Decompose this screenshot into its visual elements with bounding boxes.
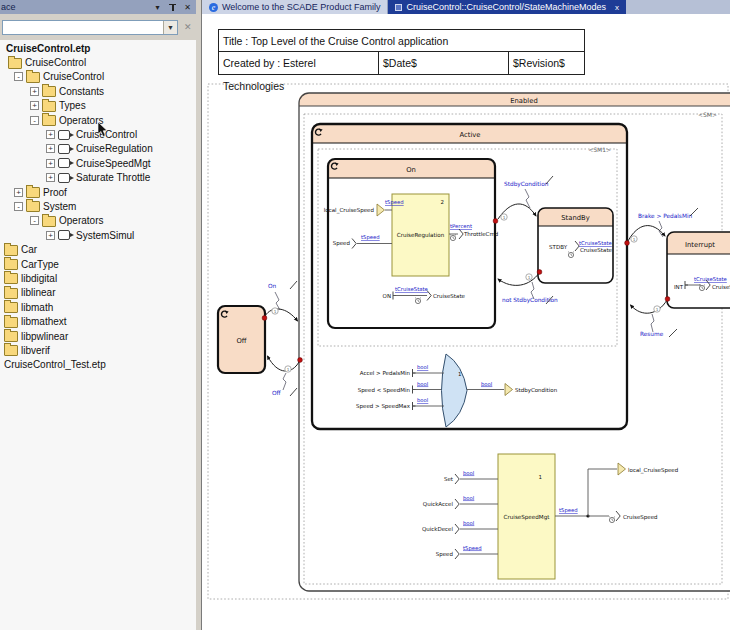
- state-interrupt[interactable]: Interrupt: [667, 232, 730, 308]
- folder-icon: [26, 187, 40, 198]
- svg-text:INT: INT: [674, 284, 684, 290]
- expand-icon[interactable]: +: [46, 173, 55, 182]
- expand-icon[interactable]: +: [14, 188, 23, 197]
- tree-item-cruiseregulation[interactable]: +CruiseRegulation: [0, 142, 196, 156]
- tree-item-label: liblinear: [21, 287, 55, 298]
- tree-item-cruisecontrol-test-etp[interactable]: CruiseControl_Test.etp: [0, 358, 196, 372]
- svg-text:Speed < SpeedMin: Speed < SpeedMin: [358, 387, 411, 394]
- svg-text:QuickAccel: QuickAccel: [423, 501, 454, 507]
- operator-icon: [58, 230, 70, 240]
- state-off-label: Off: [236, 337, 246, 345]
- svg-text:tSpeed: tSpeed: [559, 507, 578, 514]
- chevron-down-icon[interactable]: ▾: [153, 3, 162, 12]
- collapse-icon[interactable]: -: [14, 202, 23, 211]
- tree-item-car[interactable]: Car: [0, 242, 196, 256]
- pin-icon[interactable]: [168, 3, 177, 12]
- combobox-dropdown-icon[interactable]: ▼: [163, 21, 177, 34]
- tree-item-libdigital[interactable]: libdigital: [0, 271, 196, 285]
- collapse-icon[interactable]: -: [30, 116, 39, 125]
- expand-icon[interactable]: +: [30, 87, 39, 96]
- tree-item-types[interactable]: +Types: [0, 99, 196, 113]
- tree-item-label: libmathext: [21, 316, 67, 327]
- junction-dot: [262, 316, 267, 321]
- diagram-doc-icon: [395, 4, 402, 11]
- expand-icon[interactable]: +: [46, 231, 55, 240]
- svg-text:CruiseSpeed: CruiseSpeed: [623, 514, 658, 521]
- svg-text:1: 1: [503, 215, 506, 220]
- operator-index: 1: [539, 474, 543, 480]
- transition-on-label: On: [268, 283, 277, 289]
- junction-dot: [537, 270, 542, 275]
- tree-item-cruisespeedmgt[interactable]: +CruiseSpeedMgt: [0, 156, 196, 170]
- svg-text:tCruiseState: tCruiseState: [694, 276, 727, 282]
- tree-item-label: Saturate Throttle: [76, 172, 150, 183]
- tree-item-libmathext[interactable]: libmathext: [0, 314, 196, 328]
- folder-icon: [42, 101, 56, 112]
- tab-statemachinemodes-label: CruiseControl::CruiseControl/StateMachin…: [406, 2, 606, 12]
- workspace-panel-titlebar[interactable]: ace ▾ ✕: [0, 0, 196, 14]
- tree-item-operators[interactable]: -Operators: [0, 214, 196, 228]
- tree-item-proof[interactable]: +Proof: [0, 185, 196, 199]
- editor-area: e Welcome to the SCADE Product Family Cr…: [202, 0, 730, 630]
- state-on-label: On: [406, 166, 416, 174]
- tree-item-saturate-throttle[interactable]: +Saturate Throttle: [0, 171, 196, 185]
- transition-on[interactable]: 1 On: [262, 281, 297, 321]
- expand-icon[interactable]: +: [30, 101, 39, 110]
- tree-item-cartype[interactable]: CarType: [0, 257, 196, 271]
- svg-text:1: 1: [287, 367, 290, 372]
- folder-open-icon: [42, 216, 56, 227]
- tree-item-label: System: [43, 201, 76, 212]
- folder-icon: [4, 317, 18, 328]
- tree-item-cruisecontrol[interactable]: CruiseControl: [0, 55, 196, 69]
- tab-close-icon[interactable]: x: [615, 3, 619, 12]
- state-off[interactable]: Off: [218, 306, 265, 373]
- diagram-canvas[interactable]: Title : Top Level of the Cruise Control …: [202, 14, 730, 630]
- tree-item-libpwlinear[interactable]: libpwlinear: [0, 329, 196, 343]
- workspace-combo-row: ▼ ✕: [0, 14, 196, 40]
- tree-item-label: Proof: [43, 187, 67, 198]
- mouse-cursor-icon: [98, 122, 109, 138]
- tree-item-label: CruiseControl_Test.etp: [4, 359, 106, 370]
- junction-dot: [665, 297, 670, 302]
- transition-off[interactable]: 1 Off: [268, 356, 303, 396]
- tree-item-libverif[interactable]: libverif: [0, 343, 196, 357]
- folder-icon: [4, 245, 18, 256]
- document-tabbar: e Welcome to the SCADE Product Family Cr…: [202, 0, 730, 14]
- tree-item-constants[interactable]: +Constants: [0, 84, 196, 98]
- combobox-clear-icon[interactable]: ✕: [184, 22, 192, 32]
- expand-icon[interactable]: +: [46, 144, 55, 153]
- tree-item-systemsimul[interactable]: +SystemSimul: [0, 228, 196, 242]
- operator-icon: [58, 130, 70, 140]
- tree-item-libmath[interactable]: libmath: [0, 300, 196, 314]
- collapse-icon[interactable]: -: [30, 216, 39, 225]
- svg-text:1: 1: [633, 237, 636, 242]
- folder-icon: [4, 259, 18, 270]
- tree-item-label: CarType: [21, 259, 59, 270]
- junction-dot: [493, 219, 498, 224]
- tree-item-cruisecontrol[interactable]: -CruiseControl: [0, 70, 196, 84]
- tree-item-system[interactable]: -System: [0, 199, 196, 213]
- ie-globe-icon: e: [209, 3, 218, 12]
- expand-icon[interactable]: +: [46, 159, 55, 168]
- workspace-combobox[interactable]: ▼: [2, 20, 178, 35]
- tab-welcome[interactable]: e Welcome to the SCADE Product Family: [202, 0, 388, 14]
- tab-statemachinemodes[interactable]: CruiseControl::CruiseControl/StateMachin…: [388, 0, 626, 14]
- svg-text:tSpeed: tSpeed: [361, 234, 380, 241]
- tree-item-label: SystemSimul: [76, 230, 134, 241]
- operator-cruise-regulation[interactable]: CruiseRegulation 2: [392, 194, 449, 276]
- svg-text:tCruiseState: tCruiseState: [395, 286, 428, 292]
- svg-text:bool: bool: [481, 381, 492, 387]
- expand-icon[interactable]: +: [46, 130, 55, 139]
- state-active-label: Active: [459, 131, 480, 139]
- svg-text:tCruiseState: tCruiseState: [579, 240, 612, 246]
- close-icon[interactable]: ✕: [183, 3, 192, 12]
- gate-index: 1: [458, 371, 462, 377]
- tree-item-liblinear[interactable]: liblinear: [0, 286, 196, 300]
- folder-icon: [4, 331, 18, 342]
- svg-text:tPercent: tPercent: [450, 223, 472, 229]
- tree-item-cruisecontrol-etp[interactable]: CruiseControl.etp: [0, 41, 196, 55]
- state-standby-label: StandBy: [561, 214, 589, 222]
- operator-cruisespeedmgt[interactable]: CruiseSpeedMgt 1: [498, 454, 555, 579]
- collapse-icon[interactable]: -: [14, 72, 23, 81]
- tree-item-label: CruiseControl: [43, 71, 104, 82]
